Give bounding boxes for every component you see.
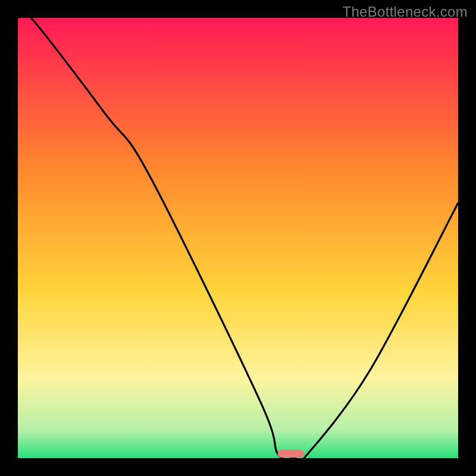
watermark-text: TheBottleneck.com (342, 4, 468, 20)
optimal-marker (278, 450, 304, 458)
bottleneck-plot (18, 18, 458, 458)
plot-svg (18, 18, 458, 458)
chart-frame: TheBottleneck.com (0, 0, 476, 476)
